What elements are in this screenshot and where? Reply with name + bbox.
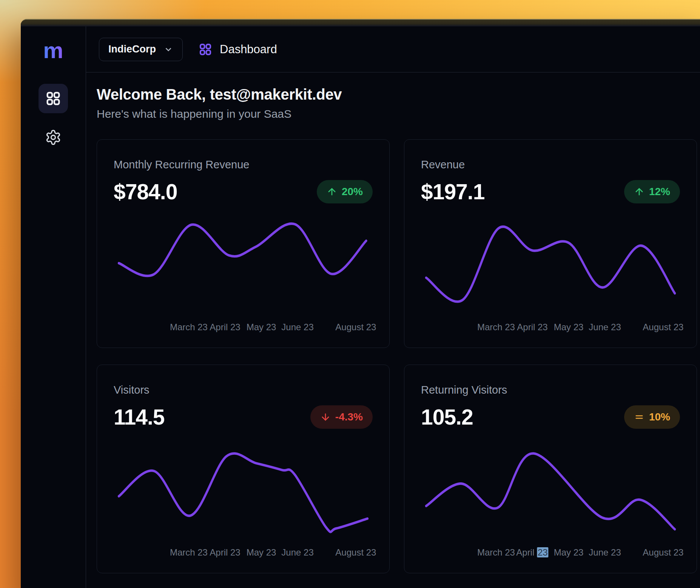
stat-card-monthly-recurring-revenue: Monthly Recurring Revenue $784.0 20% Mar… xyxy=(97,139,390,348)
card-value: 105.2 xyxy=(421,405,473,429)
x-axis-label: August 23 xyxy=(643,322,683,332)
selected-text: 23 xyxy=(537,547,549,557)
arrow-up-icon xyxy=(327,186,337,197)
line-chart xyxy=(421,439,680,543)
x-axis-labels: March 23April 23May 23June 23August 23 xyxy=(114,547,373,559)
welcome-heading: Welcome Back, test@makerkit.dev xyxy=(97,86,697,103)
x-axis-labels: March 23April 23May 23June 23August 23 xyxy=(421,322,680,334)
x-axis-label: June 23 xyxy=(281,547,313,558)
x-axis-label: June 23 xyxy=(589,547,621,558)
window-top-edge xyxy=(21,20,700,26)
x-axis-label: June 23 xyxy=(281,322,313,332)
equals-icon xyxy=(634,412,644,422)
sidebar-item-dashboard[interactable] xyxy=(39,84,68,113)
main-area: IndieCorp Dashboard Welcome xyxy=(86,26,700,588)
sidebar-item-settings[interactable] xyxy=(39,126,68,149)
app-window: m xyxy=(21,19,700,588)
x-axis-labels: March 23April 23May 23June 23August 23 xyxy=(114,322,373,334)
x-axis-label: May 23 xyxy=(554,547,584,558)
desktop-wallpaper: m xyxy=(0,0,700,588)
card-title: Monthly Recurring Revenue xyxy=(114,159,373,171)
header: IndieCorp Dashboard xyxy=(86,26,700,72)
trend-badge: 12% xyxy=(624,180,680,203)
sidebar: m xyxy=(21,26,86,588)
stat-card-visitors: Visitors 114.5 -4.3% March 23April 23May… xyxy=(97,365,390,573)
card-value: 114.5 xyxy=(114,405,165,429)
content: Welcome Back, test@makerkit.dev Here's w… xyxy=(86,72,700,588)
x-axis-label: April 23 xyxy=(210,322,240,332)
trend-badge: 20% xyxy=(317,180,373,203)
x-axis-label: March 23 xyxy=(477,322,515,332)
workspace-selector-button[interactable]: IndieCorp xyxy=(99,38,183,61)
stat-card-revenue: Revenue $197.1 12% March 23April 23May 2… xyxy=(404,139,697,348)
x-axis-label: August 23 xyxy=(335,322,376,332)
app-logo[interactable]: m xyxy=(43,37,63,64)
x-axis-labels: March 23April 23May 23June 23August 23 xyxy=(421,547,680,559)
trend-badge-label: 10% xyxy=(649,411,670,423)
line-chart xyxy=(421,214,680,318)
x-axis-label: May 23 xyxy=(247,547,276,558)
page-heading: Dashboard xyxy=(199,43,277,56)
card-value: $784.0 xyxy=(114,179,177,204)
card-title: Visitors xyxy=(114,384,373,396)
x-axis-label: April 23 xyxy=(210,547,240,558)
x-axis-label: August 23 xyxy=(335,547,376,558)
chevron-down-icon xyxy=(163,45,173,54)
x-axis-label: March 23 xyxy=(170,322,208,332)
x-axis-label: March 23 xyxy=(477,547,515,558)
card-title: Returning Visitors xyxy=(421,384,680,396)
stat-card-returning-visitors: Returning Visitors 105.2 10% March 23Apr… xyxy=(404,365,697,573)
trend-badge-label: -4.3% xyxy=(335,411,363,423)
page-title: Dashboard xyxy=(220,43,277,56)
line-chart xyxy=(114,439,373,543)
gear-icon xyxy=(45,129,62,146)
grid-icon xyxy=(45,91,61,106)
stats-grid: Monthly Recurring Revenue $784.0 20% Mar… xyxy=(97,139,697,573)
line-chart xyxy=(114,214,373,318)
card-title: Revenue xyxy=(421,159,680,171)
x-axis-label: May 23 xyxy=(554,322,584,332)
x-axis-label: August 23 xyxy=(643,547,683,558)
x-axis-label: March 23 xyxy=(170,547,208,558)
arrow-up-icon xyxy=(634,186,644,197)
trend-badge: -4.3% xyxy=(310,405,373,429)
x-axis-label: May 23 xyxy=(247,322,276,332)
dashboard-grid-icon xyxy=(199,43,212,56)
trend-badge-label: 20% xyxy=(342,186,363,198)
x-axis-label: April 23 xyxy=(516,547,548,558)
workspace-name: IndieCorp xyxy=(108,43,156,55)
x-axis-label: June 23 xyxy=(589,322,621,332)
trend-badge: 10% xyxy=(624,405,680,429)
arrow-down-icon xyxy=(320,412,331,422)
card-value: $197.1 xyxy=(421,179,484,204)
welcome-subtitle: Here's what is happening in your SaaS xyxy=(97,108,697,120)
trend-badge-label: 12% xyxy=(649,186,670,198)
x-axis-label: April 23 xyxy=(517,322,547,332)
